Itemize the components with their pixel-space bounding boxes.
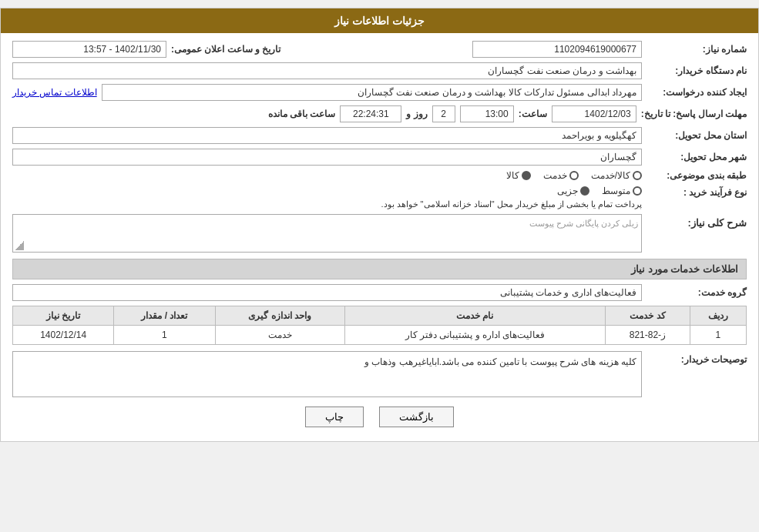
shahr-value: گچساران — [12, 149, 642, 166]
cell-radif: 1 — [690, 326, 746, 345]
nooe-radio-jozii — [580, 186, 589, 196]
tabaghe-option-kala[interactable]: کالا — [506, 170, 531, 181]
print-button[interactable]: چاپ — [305, 407, 364, 427]
shomara-niaz-value: 1102094619000677 — [472, 41, 642, 58]
resize-handle — [15, 241, 24, 250]
name-dastgah-label: نام دستگاه خریدار: — [646, 65, 747, 76]
ijad-value: مهرداد ابدالی مسئول تدارکات کالا بهداشت … — [102, 84, 642, 101]
col-vahed: واحد اندازه گیری — [215, 306, 344, 326]
tabaghe-label-kala: کالا — [506, 170, 519, 181]
shomara-niaz-label: شماره نیاز: — [646, 44, 747, 55]
cell-name: فعالیت‌های اداره و پشتیبانی دفتر کار — [344, 326, 605, 345]
nooe-label: نوع فرآیند خرید : — [646, 186, 747, 198]
tosif-value: کلیه هزینه های شرح پیوست با تامین کننده … — [12, 351, 642, 397]
gorooh-label: گروه خدمت: — [646, 287, 747, 298]
nooe-note: پرداخت تمام یا بخشی از مبلغ خریدار محل "… — [381, 199, 642, 209]
service-info-header: اطلاعات خدمات مورد نیاز — [12, 259, 747, 279]
ijad-label: ایجاد کننده درخواست: — [646, 87, 747, 98]
tabaghe-option-kala-khedmat[interactable]: کالا/خدمت — [591, 170, 642, 181]
tabaghe-option-khedmat[interactable]: خدمت — [543, 170, 579, 181]
service-table: ردیف کد خدمت نام خدمت واحد اندازه گیری ت… — [12, 306, 747, 345]
tabaghe-radio-khedmat — [569, 171, 579, 180]
time-label: ساعت: — [519, 109, 547, 119]
ostan-label: استان محل تحویل: — [646, 130, 747, 141]
tabaghe-label: طبقه بندی موضوعی: — [646, 170, 747, 181]
sharh-placeholder: زیلی کردن پایگانی شرح پیوست — [529, 219, 638, 228]
tosif-label: توصیحات خریدار: — [646, 351, 747, 365]
cell-tarikh: 1402/12/14 — [13, 326, 114, 345]
button-group: بازگشت چاپ — [12, 407, 747, 427]
cell-vahed: خدمت — [215, 326, 344, 345]
mohlat-rooz: 2 — [432, 105, 455, 122]
table-row: 1 ز-82-821 فعالیت‌های اداره و پشتیبانی د… — [13, 326, 747, 345]
nooe-label-jozii: جزیی — [557, 186, 578, 196]
col-name: نام خدمت — [344, 306, 605, 326]
remaining-time: 22:24:31 — [340, 105, 401, 122]
nooe-option-motovaset[interactable]: متوسط — [602, 186, 642, 196]
name-dastgah-value: بهداشت و درمان صنعت نفت گچساران — [12, 62, 642, 79]
col-tarikh: تاریخ نیاز — [13, 306, 114, 326]
ostan-value: کهگیلویه و بویراحمد — [12, 127, 642, 144]
col-radif: ردیف — [690, 306, 746, 326]
tabaghe-label-khedmat: خدمت — [543, 170, 567, 181]
sharh-label: شرح کلی نیاز: — [646, 214, 747, 229]
cell-tedad: 1 — [114, 326, 215, 345]
rooz-label: روز و — [406, 109, 427, 119]
nooe-option-jozii[interactable]: جزیی — [557, 186, 589, 196]
nooe-radio-motovaset — [633, 186, 642, 196]
mohlat-label: مهلت ارسال پاسخ: تا تاریخ: — [641, 109, 747, 119]
tabaghe-radio-group: کالا/خدمت خدمت کالا — [506, 170, 642, 181]
nooe-label-motovaset: متوسط — [602, 186, 630, 196]
col-tedad: تعداد / مقدار — [114, 306, 215, 326]
tarikh-elam-value: 1402/11/30 - 13:57 — [12, 41, 166, 58]
contact-link[interactable]: اطلاعات تماس خریدار — [12, 87, 97, 98]
back-button[interactable]: بازگشت — [379, 407, 454, 427]
tabaghe-label-kala-khedmat: کالا/خدمت — [591, 170, 630, 181]
cell-kod: ز-82-821 — [606, 326, 690, 345]
tabaghe-radio-kala — [522, 171, 531, 180]
col-kod: کد خدمت — [606, 306, 690, 326]
gorooh-value: فعالیت‌های اداری و خدمات پشتیبانی — [12, 284, 642, 301]
sharh-input[interactable]: زیلی کردن پایگانی شرح پیوست — [12, 214, 642, 253]
tabaghe-radio-kala-khedmat — [633, 171, 642, 180]
page-title: جزئیات اطلاعات نیاز — [1, 8, 758, 33]
shahr-label: شهر محل تحویل: — [646, 152, 747, 162]
mohlat-date: 1402/12/03 — [552, 105, 636, 122]
tarikh-elam-label: تاریخ و ساعت اعلان عمومی: — [171, 44, 280, 55]
remaining-label: ساعت باقی مانده — [268, 109, 336, 119]
mohlat-time: 13:00 — [460, 105, 514, 122]
